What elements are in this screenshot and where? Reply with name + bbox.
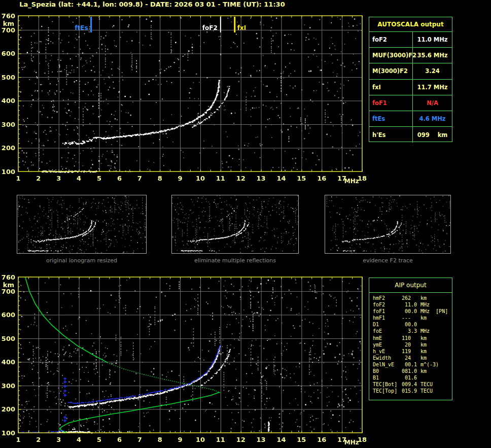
aip-row-value: 24	[402, 355, 420, 361]
thumbnail-caption: original ionogram resized	[17, 257, 147, 264]
autoscala-table: AUTOSCALA output foF2 11.0 MHz MUF(3000)…	[369, 17, 452, 142]
table-row: foE 3.3MHz	[373, 328, 452, 334]
autoscala-row-value: N/A	[413, 99, 452, 107]
autoscala-row-value: 11.7 MHz	[413, 84, 452, 91]
aip-row-value: 081.0	[402, 368, 420, 374]
aip-row-unit: km	[420, 355, 452, 361]
table-row: hmF1---km	[373, 315, 452, 321]
aip-row-label: Ewidth	[373, 355, 402, 361]
table-row: hmF2262km	[373, 295, 452, 301]
page-title: La_Spezia (lat: +44.1, lon: 009.8) - DAT…	[10, 1, 294, 8]
aip-header: AIP output	[369, 278, 452, 293]
aip-row-value: ---	[402, 315, 420, 321]
aip-row-label: ymE	[373, 341, 402, 348]
table-row: foF2 11.0MHz	[373, 301, 452, 308]
aip-row-value: 009.4	[402, 381, 420, 388]
aip-row-value: 00.0	[402, 308, 420, 315]
aip-row-value: 00.1	[402, 361, 420, 368]
table-row: foF2 11.0 MHz	[369, 32, 452, 48]
aip-row-label: B0	[373, 368, 402, 374]
autoscala-row-label: fxI	[369, 80, 413, 95]
aip-row-label: foE	[373, 328, 402, 334]
table-row: D1 00.0	[373, 321, 452, 328]
autoscala-row-value: 35.6 MHz	[413, 52, 452, 59]
aip-row-value: 119	[402, 348, 420, 355]
aip-row-value: 01.6	[402, 374, 420, 381]
aip-row-unit	[420, 374, 452, 381]
table-row: TEC[Top]015.9TECU	[373, 388, 452, 394]
table-row: fxI 11.7 MHz	[369, 80, 452, 95]
aip-row-label: B1	[373, 374, 402, 381]
aip-row-unit: km	[420, 335, 452, 341]
aip-row-unit: MHz	[420, 328, 452, 334]
autoscala-row-value: 4.6 MHz	[413, 115, 452, 122]
aip-row-value: 015.9	[402, 388, 420, 394]
table-row: foF1 00.0MHz [PN]	[373, 308, 452, 315]
aip-row-unit: km	[420, 368, 452, 374]
thumbnail-f2-trace	[325, 195, 451, 254]
aip-row-label: hmF2	[373, 295, 402, 301]
top-ionogram-plot	[0, 9, 370, 188]
aip-row-unit: MHz [PN]	[420, 308, 452, 315]
autoscala-row-value: 099 km	[413, 131, 452, 139]
autoscala-row-label: foF2	[369, 32, 413, 47]
autoscala-screen: La_Spezia (lat: +44.1, lon: 009.8) - DAT…	[0, 0, 491, 448]
autoscala-row-value: 11.0 MHz	[413, 36, 452, 43]
autoscala-row-label: h'Es	[369, 127, 413, 143]
autoscala-header: AUTOSCALA output	[369, 17, 452, 32]
aip-row-unit: m^(-3)	[420, 361, 452, 368]
table-row: h'Es 099 km	[369, 127, 452, 143]
aip-row-label: TEC[Top]	[373, 388, 402, 394]
aip-row-unit: km	[420, 348, 452, 355]
aip-row-unit: km	[420, 341, 452, 348]
aip-row-label: TEC[Bot]	[373, 381, 402, 388]
aip-row-value: 00.0	[402, 321, 420, 328]
table-row: Ewidth 24km	[373, 355, 452, 361]
aip-row-label: DelN_vE	[373, 361, 402, 368]
aip-row-unit: km	[420, 295, 452, 301]
table-row: ymE 20km	[373, 341, 452, 348]
aip-row-label: D1	[373, 321, 402, 328]
aip-row-label: h_vE	[373, 348, 402, 355]
aip-row-label: hmE	[373, 335, 402, 341]
aip-row-value: 20	[402, 341, 420, 348]
table-row: foF1 N/A	[369, 95, 452, 111]
aip-row-unit: TECU	[420, 381, 452, 388]
aip-row-value: 110	[402, 335, 420, 341]
aip-row-unit: MHz	[420, 301, 452, 308]
table-row: DelN_vE 00.1m^(-3)	[373, 361, 452, 368]
table-row: MUF(3000)F2 35.6 MHz	[369, 48, 452, 63]
autoscala-row-label: MUF(3000)F2	[369, 48, 413, 63]
autoscala-row-label: ftEs	[369, 111, 413, 126]
aip-row-label: hmF1	[373, 315, 402, 321]
table-row: B1 01.6	[373, 374, 452, 381]
autoscala-row-label: foF1	[369, 95, 413, 111]
aip-row-value: 11.0	[402, 301, 420, 308]
autoscala-row-label: M(3000)F2	[369, 63, 413, 79]
table-row: ftEs 4.6 MHz	[369, 111, 452, 127]
aip-row-label: foF1	[373, 308, 402, 315]
table-row: B0081.0km	[373, 368, 452, 374]
thumbnail-original-ionogram	[17, 195, 147, 254]
aip-table: AIP output hmF2262km foF2 11.0MHz foF1 0…	[369, 278, 452, 400]
thumbnail-filtered-ionogram	[171, 195, 299, 254]
table-row: TEC[Bot]009.4TECU	[373, 381, 452, 388]
aip-row-unit: km	[420, 315, 452, 321]
table-row: hmE110km	[373, 335, 452, 341]
aip-body: hmF2262km foF2 11.0MHz foF1 00.0MHz [PN]…	[369, 293, 452, 394]
aip-row-unit: TECU	[420, 388, 452, 394]
thumbnail-caption: evidence F2 trace	[325, 257, 451, 264]
table-row: h_vE119km	[373, 348, 452, 355]
table-row: M(3000)F2 3.24	[369, 63, 452, 79]
thumbnail-caption: eliminate multiple reflections	[171, 257, 299, 264]
bottom-ionogram-plot	[0, 270, 370, 448]
aip-row-value: 262	[402, 295, 420, 301]
aip-row-value: 3.3	[402, 328, 420, 334]
aip-row-unit	[420, 321, 452, 328]
aip-row-label: foF2	[373, 301, 402, 308]
autoscala-row-value: 3.24	[413, 67, 452, 75]
